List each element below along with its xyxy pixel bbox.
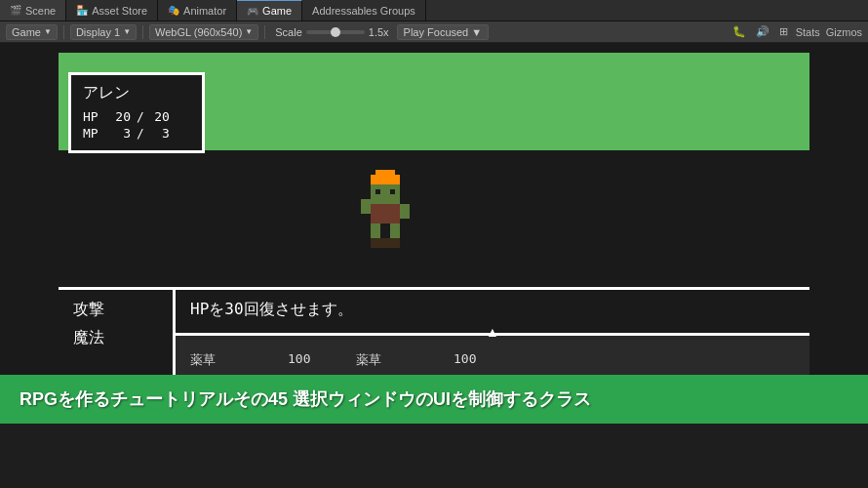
hp-row: HP 20 / 20 <box>83 109 190 124</box>
tab-addressables[interactable]: Addressables Groups <box>302 0 426 20</box>
svg-rect-2 <box>371 184 400 204</box>
game-dropdown-label: Game <box>12 26 41 38</box>
mp-max: 3 <box>150 126 170 141</box>
stats-box: アレン HP 20 / 20 MP 3 / 3 <box>68 72 205 153</box>
game-icon: 🎮 <box>247 6 258 17</box>
scale-slider-thumb <box>331 27 340 37</box>
play-focused-button[interactable]: Play Focused ▼ <box>397 24 490 40</box>
svg-rect-3 <box>375 189 380 194</box>
toolbar-right: 🐛 🔊 ⊞ Stats Gizmos <box>730 25 862 38</box>
game-dropdown[interactable]: Game ▼ <box>6 24 58 40</box>
command-attack[interactable]: 攻撃 <box>73 300 158 320</box>
scale-value: 1.5x <box>369 26 389 38</box>
tab-game[interactable]: 🎮 Game <box>237 0 302 20</box>
item-row: 薬草 100 薬草 100 <box>190 351 502 369</box>
animator-icon: 🎭 <box>168 5 179 16</box>
stats-button[interactable]: Stats <box>796 26 820 38</box>
tab-addressables-label: Addressables Groups <box>312 5 415 17</box>
webgl-label: WebGL (960x540) <box>155 26 242 38</box>
display-arrow: ▼ <box>123 27 131 36</box>
sep1 <box>63 25 64 39</box>
svg-rect-4 <box>390 189 395 194</box>
scroll-arrow-up: ▲ <box>486 324 499 340</box>
banner-text: RPGを作るチュートリアルその45 選択ウィンドウのUIを制御するクラス <box>20 387 591 411</box>
tab-scene[interactable]: 🎬 Scene <box>0 0 66 20</box>
battle-menu: 攻撃 魔法 HPを30回復させます。 ▲ 薬草 100 薬草 100 <box>59 287 809 385</box>
svg-rect-7 <box>400 204 410 219</box>
svg-rect-1 <box>371 175 400 184</box>
toolbar: Game ▼ Display 1 ▼ WebGL (960x540) ▼ Sca… <box>0 21 868 43</box>
display-dropdown[interactable]: Display 1 ▼ <box>70 24 137 40</box>
hp-sep: / <box>137 109 144 124</box>
scale-slider-container <box>306 30 365 34</box>
bug-icon-btn[interactable]: 🐛 <box>730 25 748 38</box>
message-area: HPを30回復させます。 ▲ 薬草 100 薬草 100 <box>176 290 809 385</box>
tab-scene-label: Scene <box>25 5 56 17</box>
svg-rect-6 <box>361 199 371 214</box>
svg-rect-10 <box>371 238 385 248</box>
sep3 <box>264 25 265 39</box>
hp-current: 20 <box>111 109 131 124</box>
mp-row: MP 3 / 3 <box>83 126 190 141</box>
tab-asset-store-label: Asset Store <box>92 5 147 17</box>
svg-rect-8 <box>371 224 380 238</box>
play-focused-label: Play Focused <box>404 26 469 38</box>
hp-max: 20 <box>150 109 170 124</box>
command-magic[interactable]: 魔法 <box>73 328 158 348</box>
item-2-name: 薬草 <box>356 351 434 369</box>
bottom-banner: RPGを作るチュートリアルその45 選択ウィンドウのUIを制御するクラス <box>0 375 868 424</box>
mp-label: MP <box>83 126 107 141</box>
grid-icon-btn[interactable]: ⊞ <box>777 25 790 38</box>
hp-label: HP <box>83 109 107 124</box>
game-dropdown-arrow: ▼ <box>44 27 52 36</box>
item-2-cost: 100 <box>454 351 502 369</box>
item-1-cost: 100 <box>288 351 336 369</box>
scene-icon: 🎬 <box>10 5 21 16</box>
store-icon: 🏪 <box>76 5 88 16</box>
audio-icon-btn[interactable]: 🔊 <box>754 25 771 38</box>
scale-slider[interactable] <box>306 30 365 34</box>
sep2 <box>142 25 143 39</box>
item-1-name: 薬草 <box>190 351 268 369</box>
mp-sep: / <box>137 126 144 141</box>
message-text: HPを30回復させます。 <box>190 300 795 320</box>
webgl-arrow: ▼ <box>245 27 253 36</box>
character-name: アレン <box>83 83 190 103</box>
mp-current: 3 <box>111 126 131 141</box>
webgl-dropdown[interactable]: WebGL (960x540) ▼ <box>149 24 258 40</box>
tab-bar: 🎬 Scene 🏪 Asset Store 🎭 Animator 🎮 Game … <box>0 0 868 21</box>
game-canvas: アレン HP 20 / 20 MP 3 / 3 攻撃 魔法 HPを30回 <box>59 53 809 385</box>
scale-label: Scale <box>275 26 302 38</box>
game-viewport: アレン HP 20 / 20 MP 3 / 3 攻撃 魔法 HPを30回 <box>0 43 868 424</box>
tab-animator-label: Animator <box>183 5 226 17</box>
svg-rect-9 <box>390 224 400 238</box>
svg-rect-11 <box>385 238 400 248</box>
tab-asset-store[interactable]: 🏪 Asset Store <box>66 0 158 20</box>
display-label: Display 1 <box>76 26 120 38</box>
play-focused-arrow: ▼ <box>471 26 482 38</box>
svg-rect-5 <box>371 204 400 224</box>
command-box: 攻撃 魔法 <box>59 290 176 385</box>
tab-animator[interactable]: 🎭 Animator <box>158 0 237 20</box>
character-sprite <box>361 170 410 248</box>
tab-game-label: Game <box>262 5 292 17</box>
svg-rect-0 <box>375 170 395 175</box>
gizmos-button[interactable]: Gizmos <box>826 26 862 38</box>
